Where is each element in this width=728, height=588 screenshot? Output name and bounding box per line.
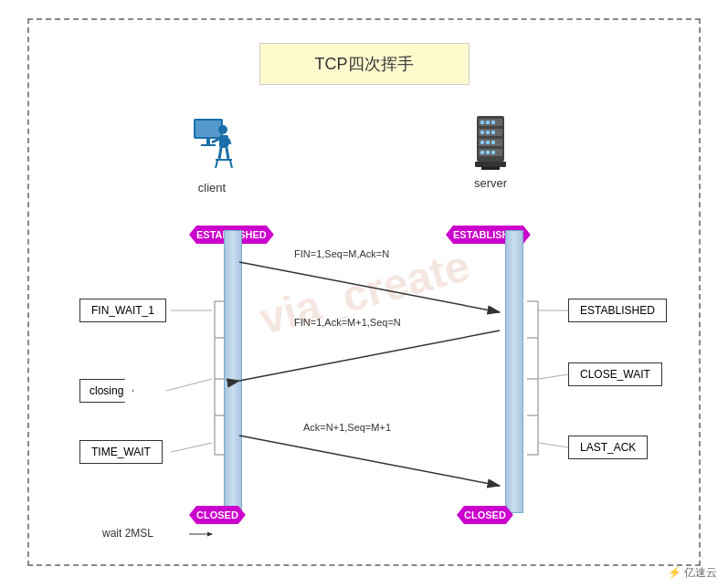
time-wait-box: TIME_WAIT [79,440,163,464]
svg-rect-5 [219,135,228,148]
svg-rect-17 [491,121,495,124]
svg-point-4 [218,125,227,134]
title-box: TCP四次挥手 [259,43,470,85]
svg-line-11 [216,161,217,168]
logo-icon: ⚡ [668,566,681,579]
svg-rect-24 [486,141,490,144]
svg-rect-29 [491,151,495,154]
wait-2msl-label: wait 2MSL [102,527,153,540]
last-ack-box: LAST_ACK [568,436,648,459]
right-established-box: ESTABLISHED [568,299,667,322]
svg-rect-27 [480,151,484,154]
svg-rect-25 [491,141,495,144]
svg-rect-28 [486,151,490,154]
left-bracket [207,301,235,457]
svg-line-49 [171,443,212,452]
svg-rect-19 [480,131,484,134]
server-area: server [468,111,513,190]
arrow-1: FIN=1,Seq=M,Ack=N [239,262,513,317]
client-closed-badge: CLOSED [189,506,246,524]
server-icon [468,111,513,174]
svg-rect-1 [195,121,221,137]
client-label: client [198,181,226,194]
logo: ⚡ 亿速云 [668,565,717,581]
arrow-2: FIN=1,Ack=M+1,Seq=N [239,331,513,385]
fin-wait-1-box: FIN_WAIT_1 [79,299,166,322]
svg-line-9 [227,148,228,159]
svg-line-32 [239,262,500,312]
server-closed-badge: CLOSED [457,506,513,524]
svg-line-48 [166,379,212,391]
svg-rect-23 [480,141,484,144]
client-area: client [185,111,239,194]
svg-rect-31 [481,167,500,170]
svg-rect-3 [201,144,216,146]
close-wait-box: CLOSE_WAIT [568,362,662,386]
main-container: via_create TCP四次挥手 [27,18,701,566]
svg-rect-21 [491,131,495,134]
svg-rect-10 [216,159,232,161]
closing-box: closing [79,379,133,403]
svg-rect-16 [486,121,490,124]
svg-rect-2 [206,139,210,144]
svg-line-39 [239,436,500,486]
right-bracket [518,301,545,457]
svg-line-36 [239,331,500,381]
client-icon [185,111,239,179]
wait-2msl-arrow [189,530,216,539]
svg-line-6 [212,139,219,142]
svg-line-8 [219,148,221,159]
server-label: server [474,176,507,190]
title-text: TCP四次挥手 [315,55,414,73]
svg-text:FIN=1,Seq=M,Ack=N: FIN=1,Seq=M,Ack=N [294,248,389,259]
svg-rect-15 [480,121,484,124]
svg-line-7 [228,139,230,144]
svg-line-12 [230,161,232,168]
svg-text:FIN=1,Ack=M+1,Seq=N: FIN=1,Ack=M+1,Seq=N [294,317,401,328]
svg-rect-20 [486,131,490,134]
arrow-3: Ack=N+1,Seq=M+1 [239,436,513,490]
svg-rect-30 [475,162,506,167]
svg-text:Ack=N+1,Seq=M+1: Ack=N+1,Seq=M+1 [303,422,391,433]
